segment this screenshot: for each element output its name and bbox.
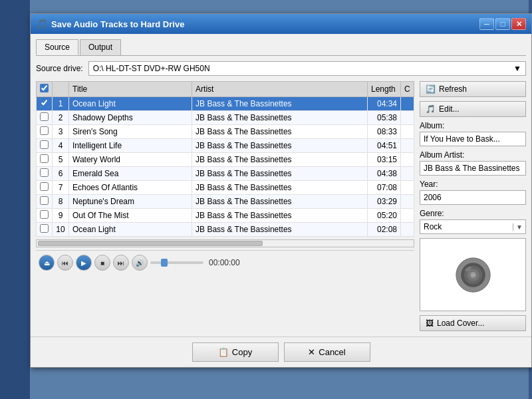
track-length: 08:33 (368, 125, 401, 139)
track-artist: JB Bass & The Bassinettes (192, 223, 368, 237)
col-checkbox (37, 82, 53, 97)
edit-button[interactable]: 🎵 Edit... (420, 101, 526, 117)
select-all-checkbox[interactable] (40, 84, 49, 92)
track-title: Out Of The Mist (69, 209, 192, 223)
table-row[interactable]: 1 Ocean Light JB Bass & The Bassinettes … (37, 97, 414, 111)
track-checkbox[interactable] (40, 196, 49, 205)
track-checkbox[interactable] (40, 140, 49, 149)
track-length: 05:20 (368, 209, 401, 223)
minimize-button[interactable]: ─ (479, 18, 494, 30)
col-cover: C (401, 82, 414, 97)
track-checkbox[interactable] (40, 182, 49, 191)
source-drive-row: Source drive: O:\ HL-DT-ST DVD+-RW GH50N… (36, 61, 526, 76)
track-length: 07:08 (368, 181, 401, 195)
table-row[interactable]: 3 Siren's Song JB Bass & The Bassinettes… (37, 125, 414, 139)
track-length: 04:34 (368, 97, 401, 111)
cover-art-box (420, 238, 526, 311)
tab-source[interactable]: Source (36, 39, 78, 55)
skip-forward-button[interactable]: ⏭ (113, 255, 129, 271)
col-artist[interactable]: Artist (192, 82, 368, 97)
genre-select[interactable]: Rock ▼ (420, 219, 526, 234)
eject-button[interactable]: ⏏ (39, 255, 55, 271)
titlebar-left: 🎵 Save Audio Tracks to Hard Drive (36, 19, 184, 29)
track-checkbox[interactable] (40, 112, 49, 121)
track-cover-cell (401, 97, 414, 111)
table-row[interactable]: 2 Shadowy Depths JB Bass & The Bassinett… (37, 111, 414, 125)
track-cover-cell (401, 139, 414, 153)
track-checkbox[interactable] (40, 126, 49, 135)
track-checkbox-cell (37, 167, 53, 181)
album-field: Album: If You Have to Bask... (420, 121, 526, 146)
track-cover-cell (401, 153, 414, 167)
edit-label: Edit... (439, 104, 460, 114)
track-artist: JB Bass & The Bassinettes (192, 153, 368, 167)
scroll-thumb[interactable] (38, 241, 263, 246)
track-artist: JB Bass & The Bassinettes (192, 167, 368, 181)
close-button[interactable]: ✕ (511, 18, 526, 30)
track-table: Title Artist Length C 1 Ocean Light JB B… (36, 81, 414, 237)
table-row[interactable]: 4 Intelligent Life JB Bass & The Bassine… (37, 139, 414, 153)
track-length: 03:29 (368, 195, 401, 209)
track-artist: JB Bass & The Bassinettes (192, 209, 368, 223)
track-title: Ocean Light (69, 223, 192, 237)
refresh-label: Refresh (439, 84, 467, 94)
album-artist-value[interactable]: JB Bass & The Bassinettes (420, 161, 526, 176)
track-num: 8 (53, 195, 69, 209)
track-cover-cell (401, 167, 414, 181)
load-cover-button[interactable]: 🖼 Load Cover... (420, 315, 526, 331)
volume-button[interactable]: 🔊 (132, 255, 148, 271)
track-artist: JB Bass & The Bassinettes (192, 111, 368, 125)
dialog-content: Source Output Source drive: O:\ HL-DT-ST… (31, 34, 531, 336)
track-table-header: Title Artist Length C (37, 82, 414, 97)
track-cover-cell (401, 209, 414, 223)
track-num: 3 (53, 125, 69, 139)
volume-thumb[interactable] (161, 259, 168, 267)
track-cover-cell (401, 195, 414, 209)
table-row[interactable]: 10 Ocean Light JB Bass & The Bassinettes… (37, 223, 414, 237)
track-checkbox[interactable] (40, 154, 49, 163)
skip-back-button[interactable]: ⏮ (57, 255, 73, 271)
dialog-titlebar: 🎵 Save Audio Tracks to Hard Drive ─ □ ✕ (31, 14, 531, 34)
track-num: 10 (53, 223, 69, 237)
source-drive-select[interactable]: O:\ HL-DT-ST DVD+-RW GH50N ▼ (88, 61, 526, 76)
table-row[interactable]: 9 Out Of The Mist JB Bass & The Bassinet… (37, 209, 414, 223)
cancel-button[interactable]: ✕ Cancel (284, 342, 370, 362)
track-artist: JB Bass & The Bassinettes (192, 125, 368, 139)
right-panel: 🔄 Refresh 🎵 Edit... Album: If You Have t… (420, 81, 526, 331)
track-cover-cell (401, 111, 414, 125)
track-checkbox-cell (37, 223, 53, 237)
track-cover-cell (401, 223, 414, 237)
horizontal-scrollbar[interactable] (36, 239, 414, 247)
track-table-body: 1 Ocean Light JB Bass & The Bassinettes … (37, 97, 414, 237)
table-row[interactable]: 5 Watery World JB Bass & The Bassinettes… (37, 153, 414, 167)
track-checkbox[interactable] (40, 224, 49, 233)
play-button[interactable]: ▶ (76, 255, 92, 271)
table-row[interactable]: 6 Emerald Sea JB Bass & The Bassinettes … (37, 167, 414, 181)
track-checkbox-cell (37, 111, 53, 125)
track-cover-cell (401, 125, 414, 139)
maximize-button[interactable]: □ (495, 18, 510, 30)
year-value[interactable]: 2006 (420, 190, 526, 205)
refresh-button[interactable]: 🔄 Refresh (420, 81, 526, 97)
track-checkbox[interactable] (40, 210, 49, 219)
tab-output[interactable]: Output (80, 39, 121, 55)
track-checkbox[interactable] (40, 168, 49, 177)
stop-button[interactable]: ■ (94, 255, 110, 271)
table-row[interactable]: 8 Neptune's Dream JB Bass & The Bassinet… (37, 195, 414, 209)
track-checkbox-cell (37, 153, 53, 167)
track-length: 04:51 (368, 139, 401, 153)
genre-field: Genre: Rock ▼ (420, 209, 526, 234)
copy-button[interactable]: 📋 Copy (192, 342, 279, 362)
col-length[interactable]: Length (368, 82, 401, 97)
tab-bar: Source Output (36, 39, 526, 56)
table-row[interactable]: 7 Echoes Of Atlantis JB Bass & The Bassi… (37, 181, 414, 195)
album-value[interactable]: If You Have to Bask... (420, 132, 526, 146)
copy-label: Copy (232, 347, 252, 357)
track-title: Watery World (69, 153, 192, 167)
volume-slider[interactable] (150, 261, 203, 264)
track-checkbox[interactable] (40, 98, 49, 107)
col-title[interactable]: Title (69, 82, 192, 97)
track-length: 02:08 (368, 223, 401, 237)
album-label: Album: (420, 121, 526, 130)
genre-dropdown-arrow-icon[interactable]: ▼ (513, 223, 525, 231)
